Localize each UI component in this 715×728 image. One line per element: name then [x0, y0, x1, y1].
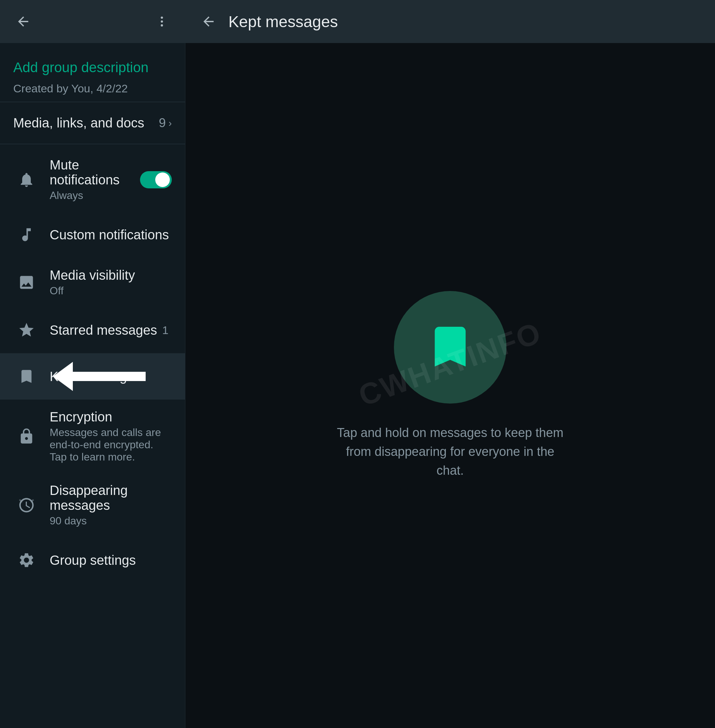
encryption-title: Encryption: [50, 409, 172, 424]
disappearing-messages-title: Disappearing messages: [50, 483, 172, 513]
starred-messages-title: Starred messages: [50, 323, 162, 338]
timer-icon: [13, 492, 40, 518]
encryption-subtitle: Messages and calls are end-to-end encryp…: [50, 426, 172, 463]
bell-icon: [13, 166, 40, 193]
starred-messages-badge: 1: [162, 324, 169, 337]
disappearing-messages-item[interactable]: Disappearing messages 90 days: [0, 473, 185, 537]
svg-point-1: [161, 21, 163, 23]
add-description-link[interactable]: Add group description: [13, 60, 172, 76]
right-panel: Kept messages Tap and hold on messages t…: [186, 0, 715, 728]
bookmark-circle: [394, 291, 507, 403]
svg-point-2: [161, 24, 163, 27]
media-visibility-text: Media visibility Off: [50, 268, 172, 297]
music-note-icon: [13, 222, 40, 248]
group-description-section: Add group description Created by You, 4/…: [0, 43, 185, 102]
image-icon: [13, 269, 40, 296]
mute-notifications-item[interactable]: Mute notifications Always: [0, 148, 185, 211]
right-back-button[interactable]: [199, 12, 219, 32]
mute-notifications-text: Mute notifications Always: [50, 158, 140, 202]
kept-messages-description: Tap and hold on messages to keep them fr…: [334, 423, 566, 480]
right-panel-content: Tap and hold on messages to keep them fr…: [186, 43, 715, 728]
mute-notifications-subtitle: Always: [50, 189, 140, 202]
created-by-text: Created by You, 4/2/22: [13, 82, 172, 95]
svg-point-0: [161, 17, 163, 19]
group-settings-title: Group settings: [50, 553, 172, 568]
bookmark-large-icon: [424, 320, 477, 375]
group-settings-text: Group settings: [50, 553, 172, 568]
custom-notifications-title: Custom notifications: [50, 227, 172, 242]
starred-messages-item[interactable]: Starred messages 1: [0, 307, 185, 353]
bookmark-icon: [13, 363, 40, 390]
toggle-knob: [155, 172, 170, 187]
group-settings-item[interactable]: Group settings: [0, 537, 185, 583]
media-links-count: 9 ›: [159, 116, 172, 130]
starred-messages-text: Starred messages: [50, 323, 162, 338]
chevron-right-icon: ›: [169, 118, 172, 129]
lock-icon: [13, 423, 40, 450]
mute-notifications-title: Mute notifications: [50, 158, 140, 187]
gear-icon: [13, 547, 40, 573]
media-visibility-title: Media visibility: [50, 268, 172, 283]
media-visibility-item[interactable]: Media visibility Off: [0, 258, 185, 307]
disappearing-messages-subtitle: 90 days: [50, 515, 172, 527]
left-top-bar: [0, 0, 185, 43]
left-panel: Add group description Created by You, 4/…: [0, 0, 186, 728]
custom-notifications-item[interactable]: Custom notifications: [0, 211, 185, 258]
right-top-bar: Kept messages: [186, 0, 715, 43]
disappearing-messages-text: Disappearing messages 90 days: [50, 483, 172, 527]
encryption-item[interactable]: Encryption Messages and calls are end-to…: [0, 400, 185, 473]
media-links-label: Media, links, and docs: [13, 116, 159, 130]
media-links-section[interactable]: Media, links, and docs 9 ›: [0, 102, 185, 144]
back-button[interactable]: [13, 12, 33, 32]
kept-messages-arrow: [53, 362, 185, 391]
encryption-text: Encryption Messages and calls are end-to…: [50, 409, 172, 463]
menu-button[interactable]: [152, 12, 172, 32]
star-icon: [13, 317, 40, 343]
kept-messages-item[interactable]: Kept messages: [0, 353, 185, 400]
right-panel-title: Kept messages: [228, 12, 338, 31]
settings-list: Mute notifications Always Custom notific…: [0, 144, 185, 728]
media-visibility-subtitle: Off: [50, 285, 172, 297]
custom-notifications-text: Custom notifications: [50, 227, 172, 242]
mute-toggle[interactable]: [140, 171, 172, 188]
